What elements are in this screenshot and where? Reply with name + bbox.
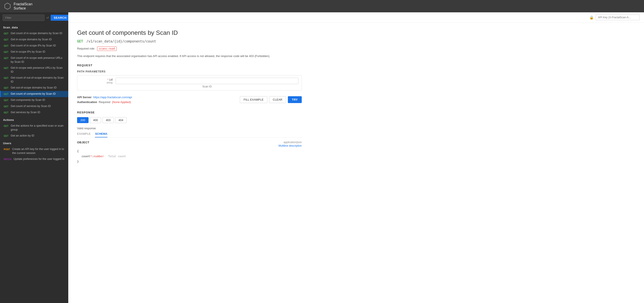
sidebar-item-label: Create an API key for the user logged in… (12, 147, 65, 155)
sidebar-item-get-actions[interactable]: GET Get the actions for a specified scan… (0, 123, 68, 133)
sidebar-item-count-urls[interactable]: GET Get count of in-scope web presence U… (0, 55, 68, 65)
authentication-none: (None Applied) (112, 100, 131, 104)
role-badge: scans:read (97, 46, 116, 51)
valid-response-label: Valid response (77, 126, 302, 130)
json-view: { count*: number Total count } (77, 149, 302, 164)
sidebar-content: Scan_data GET Get count of in-scope doma… (0, 23, 68, 303)
filter-input[interactable] (3, 14, 44, 21)
server-url: https://app.fractalscan.com/api (93, 96, 132, 99)
fill-example-button[interactable]: FILL EXAMPLE (240, 96, 268, 103)
api-path: GET /v1/scan_data/{id}/components/count (77, 40, 302, 44)
sidebar-item-inscope-domains[interactable]: GET Get in-scope domains by Scan ID (0, 36, 68, 43)
try-button[interactable]: TRY (288, 96, 302, 103)
object-type: OBJECT (77, 141, 90, 144)
page-title: Get count of components by Scan ID (77, 29, 302, 36)
status-tab-403[interactable]: 403 (102, 117, 114, 123)
method-badge-get: GET (3, 76, 9, 80)
sidebar-item-get-action-by-id[interactable]: GET Get an action by ID (0, 133, 68, 139)
sidebar-item-count-services[interactable]: GET Get count of services by Scan ID (0, 103, 68, 110)
sidebar-item-label: Get in-scope IPs by Scan ID (10, 50, 65, 54)
api-server-label: API Server (77, 96, 92, 99)
status-tab-400[interactable]: 400 (90, 117, 101, 123)
section-title-scan-data: Scan_data (0, 23, 68, 30)
api-doc-content: Get count of components by Scan ID GET /… (68, 23, 310, 171)
param-name-col: *id string (80, 78, 116, 84)
json-field-row: count*: number Total count (77, 154, 302, 159)
method-badge-patch: PATCH (3, 158, 12, 161)
action-buttons: FILL EXAMPLE CLEAR TRY (240, 96, 302, 103)
content-area: 🔒 Get count of components by Scan ID GET… (68, 12, 644, 303)
sidebar-search-bar: ⏎ SEARCH (0, 12, 68, 23)
sidebar-item-inscope-urls[interactable]: GET Get in-scope web presence URLs by Sc… (0, 65, 68, 75)
sidebar-item-label: Get count of in-scope web presence URLs … (10, 56, 65, 64)
method-badge-get: GET (3, 32, 9, 36)
app-header: FractalScan Surface (0, 0, 644, 12)
method-badge-post: POST (3, 148, 11, 151)
method-badge-get: GET (3, 99, 9, 102)
section-title-users: Users (0, 139, 68, 146)
path-params-title: PATH PARAMETERS (77, 70, 302, 73)
param-description: Scan ID (116, 85, 298, 88)
sidebar-item-label: Get out-of-scope domains by Scan ID (10, 86, 65, 90)
sidebar-item-label: Get in-scope domains by Scan ID (10, 38, 65, 42)
param-id-input[interactable] (116, 78, 298, 84)
sidebar-item-label: Get count of services by Scan ID (10, 104, 65, 108)
status-tab-404[interactable]: 404 (115, 117, 127, 123)
search-button[interactable]: SEARCH (51, 15, 68, 21)
api-key-input[interactable] (596, 14, 640, 20)
sidebar-item-count-ips[interactable]: GET Get count of in-scope IPs by Scan ID (0, 43, 68, 49)
sidebar-item-create-api-key[interactable]: POST Create an API key for the user logg… (0, 146, 68, 156)
section-title-actions: Actions (0, 116, 68, 123)
sidebar-item-count-outofscope[interactable]: GET Get count of out-of-scope domains by… (0, 75, 68, 85)
sidebar-item-outofscope-domains[interactable]: GET Get out-of-scope domains by Scan ID (0, 85, 68, 91)
api-description: This endpoint requires that the associat… (77, 54, 302, 58)
sidebar-item-label: Get services by Scan ID (10, 110, 65, 114)
method-badge-get: GET (3, 50, 9, 54)
enter-icon: ⏎ (46, 16, 49, 20)
app-name: FractalScan Surface (14, 2, 32, 10)
param-name: id (109, 78, 112, 81)
method-label: GET (77, 40, 83, 44)
tab-schema[interactable]: SCHEMA (95, 132, 107, 138)
sidebar-item-services[interactable]: GET Get services by Scan ID (0, 110, 68, 116)
lock-icon: 🔒 (590, 16, 594, 20)
json-close-brace: } (77, 159, 302, 164)
schema-tabs: EXAMPLE SCHEMA (77, 132, 302, 138)
response-tabs: 200 400 403 404 (77, 117, 302, 123)
path-text: /v1/scan_data/{id}/components/count (86, 40, 156, 44)
sidebar: ⏎ SEARCH Scan_data GET Get count of in-s… (0, 12, 68, 303)
clear-button[interactable]: CLEAR (269, 96, 286, 103)
status-tab-200[interactable]: 200 (77, 117, 88, 123)
server-info: API Server https://app.fractalscan.com/a… (77, 95, 132, 104)
param-type: string (80, 81, 112, 84)
sidebar-item-label: Get count of components by Scan ID (10, 92, 65, 96)
method-badge-get: GET (3, 66, 9, 70)
multiline-description-link[interactable]: Multiline description (278, 144, 302, 147)
sidebar-item-label: Get count of in-scope IPs by Scan ID (10, 44, 65, 48)
sidebar-item-label: Get the actions for a specified scan or … (10, 124, 65, 132)
sidebar-item-update-prefs[interactable]: PATCH Update preferences for the user lo… (0, 156, 68, 162)
sidebar-item-inscope-ips[interactable]: GET Get in-scope IPs by Scan ID (0, 49, 68, 55)
schema-top-row: OBJECT application/json Multiline descri… (77, 141, 302, 147)
param-row-id: *id string Scan ID (77, 76, 302, 90)
sidebar-item-label: Get an action by ID (10, 134, 65, 138)
sidebar-item-label: Get in-scope web presence URLs by Scan I… (10, 66, 65, 74)
tab-example[interactable]: EXAMPLE (77, 132, 90, 138)
api-key-section: 🔒 (590, 14, 640, 20)
method-badge-get: GET (3, 111, 9, 114)
sidebar-item-label: Update preferences for the user logged i… (14, 157, 65, 161)
sidebar-item-label: Get components by Scan ID (10, 98, 65, 102)
top-bar: 🔒 (68, 12, 644, 23)
sidebar-item-label: Get count of out-of-scope domains by Sca… (10, 76, 65, 84)
sidebar-item-count-components[interactable]: GET Get count of components by Scan ID (0, 91, 68, 97)
content-type: application/json (278, 141, 302, 144)
sidebar-item-components[interactable]: GET Get components by Scan ID (0, 97, 68, 103)
logo-icon (4, 2, 12, 10)
method-badge-get: GET (3, 86, 9, 90)
sidebar-item-count-domains[interactable]: GET Get count of in-scope domains by Sca… (0, 30, 68, 36)
main-layout: ⏎ SEARCH Scan_data GET Get count of in-s… (0, 12, 644, 303)
method-badge-get: GET (3, 44, 9, 48)
authentication-value: Required (99, 100, 110, 104)
authentication-label: Authentication (77, 100, 97, 104)
method-badge-get: GET (3, 105, 9, 108)
